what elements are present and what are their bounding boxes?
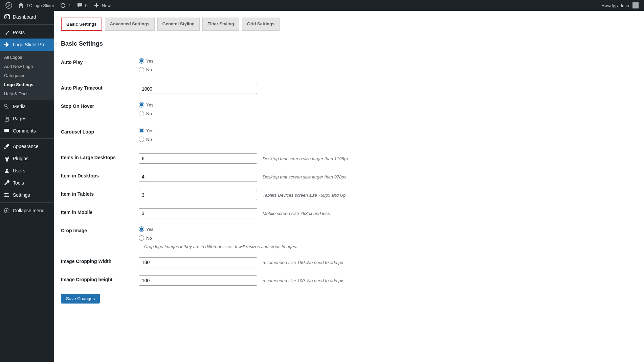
crop-width-input[interactable]	[139, 257, 257, 267]
avatar	[632, 2, 639, 8]
auto-play-no[interactable]	[139, 67, 144, 72]
wrench-icon	[3, 179, 10, 186]
crop-image-yes[interactable]	[139, 226, 144, 232]
submenu-help-docs[interactable]: Help & Docs	[0, 89, 54, 98]
svg-point-5	[5, 195, 6, 196]
tab-filter-styling[interactable]: Filter Styling	[202, 18, 239, 31]
comments-link[interactable]: 0	[74, 0, 90, 11]
dashboard-icon	[3, 14, 10, 20]
my-account[interactable]: Howdy, admin	[599, 0, 641, 11]
media-icon	[3, 103, 10, 110]
wp-logo[interactable]	[3, 0, 15, 11]
slider-icon	[3, 41, 10, 48]
menu-posts-label: Posts	[13, 30, 25, 35]
menu-tools-label: Tools	[13, 180, 24, 186]
comment-icon	[76, 2, 83, 9]
crop-image-label: Crop Image	[61, 222, 135, 253]
menu-logo-slider-pro[interactable]: Logo Slider Pro	[0, 39, 54, 51]
menu-users[interactable]: Users	[0, 165, 54, 177]
carousel-loop-label: Carousel Loop	[61, 124, 135, 149]
admin-toolbar-left: TC logo Slider 1 0 New	[3, 0, 113, 11]
collapse-icon	[3, 207, 10, 214]
content-area: Basic Settings Advanced Settings General…	[54, 11, 644, 362]
items-large-label: Items in Large Desktops	[61, 149, 135, 168]
stop-on-hover-no[interactable]	[139, 111, 144, 116]
crop-height-desc: recomended size 100 .No need to add px	[263, 278, 343, 283]
stop-on-hover-no-label: No	[146, 111, 152, 116]
site-name-link[interactable]: TC logo Slider	[15, 0, 57, 11]
auto-play-label: Auto Play	[61, 54, 135, 80]
comment-icon	[3, 127, 10, 134]
submenu-categories[interactable]: Categories	[0, 71, 54, 80]
crop-width-desc: recomended size 180 .No need to add px	[263, 260, 343, 265]
menu-appearance-label: Appearance	[13, 144, 39, 149]
items-desktop-input[interactable]	[139, 172, 257, 182]
site-name: TC logo Slider	[26, 3, 54, 8]
stop-on-hover-label: Stop On Hover	[61, 98, 135, 124]
menu-separator	[0, 201, 54, 203]
auto-play-timeout-input[interactable]	[139, 84, 257, 94]
howdy-text: Howdy, admin	[602, 3, 629, 8]
items-mobile-input[interactable]	[139, 208, 257, 218]
stop-on-hover-yes-label: Yes	[146, 102, 153, 107]
tab-basic-settings[interactable]: Basic Settings	[61, 18, 102, 31]
settings-tabs: Basic Settings Advanced Settings General…	[61, 18, 637, 34]
menu-plugins-label: Plugins	[13, 156, 28, 161]
svg-point-0	[6, 2, 12, 8]
updates-count: 1	[68, 3, 71, 8]
new-content-link[interactable]: New	[90, 0, 113, 11]
crop-height-input[interactable]	[139, 275, 257, 286]
pin-icon	[3, 29, 10, 36]
user-icon	[3, 167, 10, 174]
menu-pages[interactable]: Pages	[0, 113, 54, 125]
menu-appearance[interactable]: Appearance	[0, 140, 54, 152]
items-large-input[interactable]	[139, 153, 257, 164]
wordpress-icon	[5, 2, 12, 9]
comments-count: 0	[85, 3, 88, 8]
auto-play-yes[interactable]	[139, 58, 144, 64]
menu-comments-label: Comments	[13, 128, 36, 134]
crop-image-no[interactable]	[139, 235, 144, 241]
svg-point-7	[4, 208, 9, 213]
section-title: Basic Settings	[61, 40, 637, 47]
crop-image-yes-label: Yes	[146, 227, 153, 232]
brush-icon	[3, 143, 10, 150]
items-tablet-input[interactable]	[139, 190, 257, 200]
tab-general-styling[interactable]: General Styling	[157, 18, 200, 31]
auto-play-timeout-label: Auto Play Timeout	[61, 80, 135, 98]
updates-icon	[60, 2, 66, 9]
menu-comments[interactable]: Comments	[0, 125, 54, 137]
items-tablet-desc: Tablets Devices screen size 768px and Up	[263, 193, 346, 198]
collapse-menu[interactable]: Collapse menu	[0, 204, 54, 217]
items-mobile-desc: Mobile screen size 768px and less	[263, 211, 330, 216]
carousel-loop-no-label: No	[146, 137, 152, 142]
submenu-logo-slider: All Logos Add New Logo Categories Logo S…	[0, 51, 54, 100]
admin-sidebar: Dashboard Posts Logo Slider Pro All Logo…	[0, 11, 54, 362]
submenu-logo-settings[interactable]: Logo Settings	[0, 80, 54, 89]
menu-pages-label: Pages	[13, 116, 26, 121]
stop-on-hover-yes[interactable]	[139, 102, 144, 107]
tab-advanced-settings[interactable]: Advanced Settings	[105, 18, 155, 31]
new-label: New	[102, 3, 111, 8]
menu-separator	[0, 23, 54, 25]
items-desktop-desc: Desktop that screen size larger than 978…	[263, 174, 346, 179]
menu-settings[interactable]: Settings	[0, 189, 54, 201]
save-changes-button[interactable]: Save Changes	[61, 294, 100, 304]
items-mobile-label: Item in Mobile	[61, 204, 135, 222]
submenu-all-logos[interactable]: All Logos	[0, 53, 54, 62]
tab-grid-settings[interactable]: Grid Settings	[242, 18, 280, 31]
submenu-add-new-logo[interactable]: Add New Logo	[0, 62, 54, 71]
plus-icon	[93, 2, 100, 9]
items-tablet-label: Item in Tablets	[61, 186, 135, 204]
menu-media[interactable]: Media	[0, 100, 54, 113]
menu-dashboard[interactable]: Dashboard	[0, 11, 54, 23]
menu-posts[interactable]: Posts	[0, 26, 54, 39]
updates-link[interactable]: 1	[57, 0, 73, 11]
auto-play-no-label: No	[146, 67, 152, 72]
menu-tools[interactable]: Tools	[0, 177, 54, 189]
menu-plugins[interactable]: Plugins	[0, 152, 54, 165]
menu-media-label: Media	[13, 104, 26, 109]
carousel-loop-yes[interactable]	[139, 128, 144, 133]
carousel-loop-no[interactable]	[139, 137, 144, 142]
page-icon	[3, 115, 10, 122]
